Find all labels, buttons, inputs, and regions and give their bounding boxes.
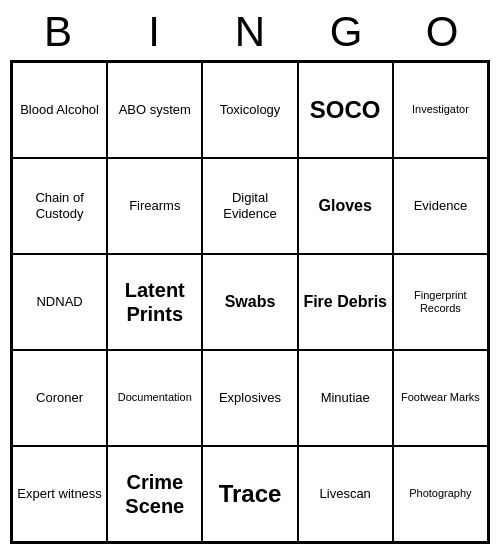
bingo-header: B I N G O [10,0,490,60]
letter-b: B [14,8,102,56]
table-cell-19: Footwear Marks [393,350,488,446]
table-cell-6: Firearms [107,158,202,254]
table-cell-21: Crime Scene [107,446,202,542]
table-cell-15: Coroner [12,350,107,446]
table-cell-16: Documentation [107,350,202,446]
table-cell-13: Fire Debris [298,254,393,350]
table-cell-18: Minutiae [298,350,393,446]
table-cell-17: Explosives [202,350,297,446]
letter-g: G [302,8,390,56]
table-cell-1: ABO system [107,62,202,158]
table-cell-11: Latent Prints [107,254,202,350]
table-cell-4: Investigator [393,62,488,158]
table-cell-24: Photography [393,446,488,542]
bingo-grid: Blood AlcoholABO systemToxicologySOCOInv… [10,60,490,544]
table-cell-5: Chain of Custody [12,158,107,254]
table-cell-7: Digital Evidence [202,158,297,254]
letter-i: I [110,8,198,56]
letter-o: O [398,8,486,56]
table-cell-23: Livescan [298,446,393,542]
table-cell-8: Gloves [298,158,393,254]
table-cell-22: Trace [202,446,297,542]
table-cell-0: Blood Alcohol [12,62,107,158]
table-cell-20: Expert witness [12,446,107,542]
table-cell-14: Fingerprint Records [393,254,488,350]
table-cell-12: Swabs [202,254,297,350]
table-cell-3: SOCO [298,62,393,158]
letter-n: N [206,8,294,56]
table-cell-10: NDNAD [12,254,107,350]
table-cell-9: Evidence [393,158,488,254]
table-cell-2: Toxicology [202,62,297,158]
